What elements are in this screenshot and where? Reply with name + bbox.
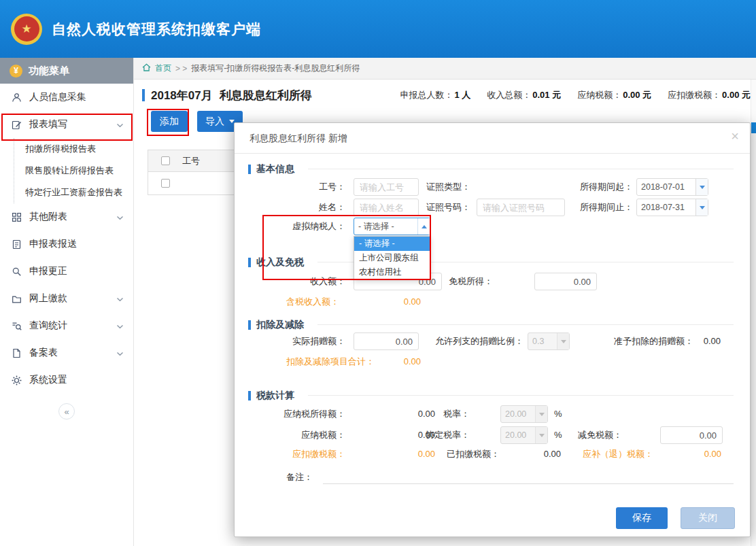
app-window: ★ 自然人税收管理系统扣缴客户端 ¥ 功能菜单 人员信息采集 报表填写 xyxy=(0,0,756,546)
chevron-down-icon xyxy=(116,347,124,358)
chevron-down-icon xyxy=(535,427,547,443)
document-send-icon xyxy=(11,239,22,250)
remark-label: 备注： xyxy=(286,468,313,486)
cert-no-label: 证照号码： xyxy=(408,199,470,216)
report-filling-submenu: 扣缴所得税报告表 限售股转让所得报告表 特定行业工资薪金报告表 xyxy=(14,138,133,203)
row-checkbox[interactable] xyxy=(161,179,170,188)
virtual-taxpayer-select[interactable]: - 请选择 - xyxy=(354,218,430,235)
cert-type-label: 证照类型： xyxy=(408,178,470,196)
sidebar-item-other-schedules[interactable]: 其他附表 xyxy=(0,203,133,231)
chevron-down-icon xyxy=(116,320,124,331)
tax-free-input[interactable] xyxy=(534,273,597,290)
taxable-amount-label: 应纳税所得额： xyxy=(250,405,345,423)
save-button[interactable]: 保存 xyxy=(616,507,668,529)
relief-input[interactable] xyxy=(660,426,723,444)
tax-amount-label: 应纳税额： xyxy=(250,426,345,444)
folder-icon xyxy=(11,294,22,304)
stat-tax-payable: 应纳税额：0.00 元 xyxy=(577,89,651,101)
sidebar-item-online-payment[interactable]: 网上缴款 xyxy=(0,285,133,312)
treaty-rate-select: 20.00 xyxy=(500,426,548,444)
sidebar-item-filing-forms[interactable]: 备案表 xyxy=(0,339,133,366)
refund-value: 0.00 xyxy=(674,445,721,463)
select-all-checkbox[interactable] xyxy=(161,156,170,165)
stat-withholding-tax: 应扣缴税额：0.00 元 xyxy=(668,89,751,101)
sidebar-item-personnel-info[interactable]: 人员信息采集 xyxy=(0,84,133,111)
chevron-down-icon[interactable] xyxy=(695,199,708,216)
report-period: 2018年07月 xyxy=(151,88,213,103)
chevron-down-icon[interactable] xyxy=(695,179,708,195)
file-icon xyxy=(11,348,22,358)
period-start-label: 所得期间起： xyxy=(562,178,633,196)
deduction-total-value: 0.00 xyxy=(371,353,421,371)
remark-input-line[interactable] xyxy=(323,483,734,484)
donation-ratio-label: 允许列支的捐赠比例： xyxy=(398,332,523,350)
section-basic-info: 基本信息 xyxy=(248,163,294,176)
income-label: 收入额： xyxy=(250,273,345,290)
chevron-down-icon xyxy=(116,211,124,222)
app-title: 自然人税收管理系统扣缴客户端 xyxy=(52,20,261,39)
sidebar-item-query-statistics[interactable]: 查询统计 xyxy=(0,312,133,339)
virtual-taxpayer-dropdown: - 请选择 - 上市公司股东组 农村信用社 xyxy=(354,236,430,280)
sidebar-item-withholding-tax-report[interactable]: 扣缴所得税报告表 xyxy=(14,138,133,160)
donation-label: 实际捐赠额： xyxy=(250,332,345,350)
add-button[interactable]: 添加 xyxy=(151,111,188,132)
breadcrumb-home-link[interactable]: 首页 xyxy=(155,63,171,74)
scrollbar-thumb[interactable] xyxy=(751,122,756,133)
sidebar-item-declaration-submit[interactable]: 申报表报送 xyxy=(0,231,133,258)
sidebar-item-declaration-correction[interactable]: 申报更正 xyxy=(0,258,133,285)
chevron-down-icon xyxy=(116,119,124,130)
treaty-rate-label: 协定税率： xyxy=(405,426,470,444)
dropdown-option[interactable]: 上市公司股东组 xyxy=(354,251,430,265)
section-deduction: 扣除及减除 xyxy=(248,318,304,332)
person-icon xyxy=(11,92,22,103)
sidebar-item-restricted-shares-report[interactable]: 限售股转让所得报告表 xyxy=(14,160,133,182)
modal-title: 利息股息红利所得 新增 xyxy=(250,123,347,153)
app-header: ★ 自然人税收管理系统扣缴客户端 xyxy=(0,0,756,58)
summary-stats: 申报总人数：1 人 收入总额：0.01 元 应纳税额：0.00 元 应扣缴税额：… xyxy=(400,89,751,101)
sidebar-collapse-button[interactable]: « xyxy=(58,403,75,420)
section-income: 收入及免税 xyxy=(248,256,304,269)
rate-select: 20.00 xyxy=(500,405,548,423)
sidebar-item-specific-industry-report[interactable]: 特定行业工资薪金报告表 xyxy=(14,182,133,203)
refund-label: 应补（退）税额： xyxy=(547,445,653,463)
chevron-down-icon xyxy=(557,333,569,349)
toolbar: 添加 导入 xyxy=(151,111,243,132)
home-icon xyxy=(142,63,151,73)
sidebar-item-report-filling[interactable]: 报表填写 xyxy=(0,111,133,138)
donation-ratio-select: 0.3 xyxy=(528,332,570,350)
sidebar-menu-header: ¥ 功能菜单 xyxy=(0,58,133,84)
sidebar-item-system-settings[interactable]: 系统设置 xyxy=(0,366,133,394)
rate-label: 税率： xyxy=(405,405,470,423)
section-tax-calc: 税款计算 xyxy=(248,389,294,403)
stat-total-people: 申报总人数：1 人 xyxy=(400,89,470,101)
national-emblem-logo: ★ xyxy=(11,14,42,45)
emp-no-label: 工号： xyxy=(250,178,345,196)
withheld-label: 已扣缴税额： xyxy=(405,445,500,463)
breadcrumb-separator: > > xyxy=(175,64,187,73)
dropdown-option[interactable]: 农村信用社 xyxy=(354,265,430,279)
deduction-total-label: 扣除及减除项目合计： xyxy=(286,353,375,371)
period-end-label: 所得期间止： xyxy=(562,199,633,216)
close-button[interactable]: 关闭 xyxy=(681,507,735,529)
chevron-up-icon[interactable] xyxy=(417,218,430,235)
taxable-income-label: 含税收入额： xyxy=(286,293,339,311)
relief-label: 减免税额： xyxy=(547,426,622,444)
stat-total-income: 收入总额：0.01 元 xyxy=(487,89,561,101)
close-icon[interactable]: × xyxy=(731,129,739,144)
period-start-select[interactable]: 2018-07-01 xyxy=(636,178,708,196)
virtual-taxpayer-label: 虚拟纳税人： xyxy=(250,218,345,235)
yen-coin-icon: ¥ xyxy=(10,65,22,78)
modal-dialog: 利息股息红利所得 新增 × 基本信息 工号： 证照类型： 所得期间起： 2018… xyxy=(234,122,751,537)
dropdown-option[interactable]: - 请选择 - xyxy=(354,237,430,251)
cert-no-input[interactable] xyxy=(477,199,565,216)
name-label: 姓名： xyxy=(250,199,345,216)
breadcrumb-path: 报表填写-扣缴所得税报告表-利息股息红利所得 xyxy=(191,63,360,74)
rate-unit: % xyxy=(554,405,562,423)
period-end-select[interactable]: 2018-07-31 xyxy=(636,199,708,216)
breadcrumb: 首页 > > 报表填写-扣缴所得税报告表-利息股息红利所得 xyxy=(134,58,756,80)
vertical-scrollbar[interactable] xyxy=(751,80,756,546)
sidebar: ¥ 功能菜单 人员信息采集 报表填写 扣缴所得税报告表 限售股转让所得报告表 xyxy=(0,58,134,546)
page-title: 利息股息红利所得 xyxy=(220,88,312,103)
magnifier-icon xyxy=(11,267,22,277)
search-stats-icon xyxy=(11,321,22,331)
